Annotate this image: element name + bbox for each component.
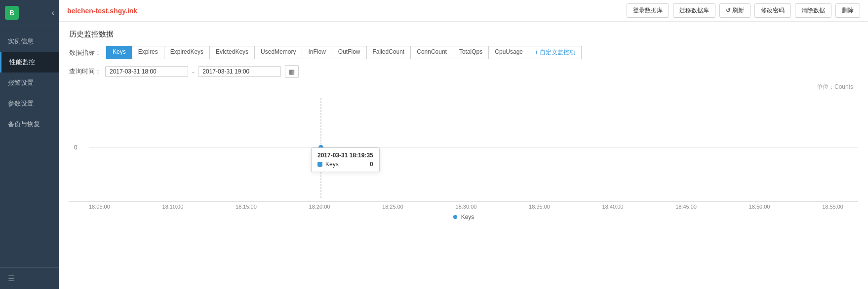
- sidebar-logo: B: [5, 6, 19, 20]
- chart-unit-label: 单位：Counts: [69, 83, 858, 91]
- metric-tabs: KeysExpiresExpiredKeysEvictedKeysUsedMem…: [106, 46, 582, 59]
- metric-tab-cpuusage[interactable]: CpuUsage: [488, 46, 529, 59]
- timerange-separator: -: [192, 68, 194, 75]
- clear-data-button[interactable]: 清除数据: [795, 3, 831, 18]
- time-end-input[interactable]: [198, 66, 281, 77]
- chart-svg: [69, 93, 858, 201]
- change-pwd-button[interactable]: 修改密码: [754, 3, 791, 18]
- sidebar-item-perf-monitor[interactable]: 性能监控: [0, 52, 59, 72]
- sidebar-item-instance-info[interactable]: 实例信息: [0, 31, 59, 52]
- sidebar-header: B ‹: [0, 0, 59, 26]
- xaxis-label: 18:15:00: [236, 204, 257, 210]
- timerange-bar: 查询时间： - ▦: [69, 65, 858, 78]
- tooltip-value: 0: [370, 161, 373, 168]
- metric-tab-failedcount[interactable]: FailedCount: [366, 46, 411, 59]
- sidebar: B ‹ 实例信息性能监控报警设置参数设置备份与恢复 ☰: [0, 0, 59, 289]
- xaxis-label: 18:45:00: [675, 204, 697, 210]
- login-db-button[interactable]: 登录数据库: [627, 3, 669, 18]
- tooltip-color-dot: [317, 162, 322, 167]
- metric-tab-outflow[interactable]: OutFlow: [332, 46, 366, 59]
- calendar-icon[interactable]: ▦: [285, 65, 299, 78]
- xaxis-label: 18:40:00: [602, 204, 624, 210]
- legend-dot: [453, 215, 457, 219]
- chart-legend: Keys: [69, 214, 858, 220]
- metric-tab-expiredkeys[interactable]: ExpiredKeys: [164, 46, 209, 59]
- xaxis-label: 18:05:00: [89, 204, 110, 210]
- metric-tab-evictedkeys[interactable]: EvictedKeys: [209, 46, 254, 59]
- refresh-button[interactable]: ↺ 刷新: [719, 3, 750, 18]
- metric-tab-usedmemory[interactable]: UsedMemory: [254, 46, 302, 59]
- metric-tab-custom[interactable]: + 自定义监控项: [529, 46, 582, 59]
- xaxis-label: 18:20:00: [309, 204, 330, 210]
- chart-xaxis: 18:05:0018:10:0018:15:0018:20:0018:25:00…: [69, 202, 858, 210]
- tooltip-row: Keys 0: [317, 161, 373, 168]
- xaxis-label: 18:10:00: [162, 204, 184, 210]
- xaxis-label: 18:55:00: [822, 204, 843, 210]
- metric-tab-conncount[interactable]: ConnCount: [410, 46, 453, 59]
- metric-label: 数据指标：: [69, 48, 101, 57]
- chart-tooltip: 2017-03-31 18:19:35 Keys 0: [311, 147, 380, 172]
- metric-tab-totalqps[interactable]: TotalQps: [453, 46, 488, 59]
- sidebar-item-param-settings[interactable]: 参数设置: [0, 93, 59, 114]
- xaxis-label: 18:50:00: [749, 204, 770, 210]
- metric-tab-inflow[interactable]: InFlow: [302, 46, 331, 59]
- topbar: belchen-test.shgy.ink 登录数据库迁移数据库↺ 刷新修改密码…: [59, 0, 868, 22]
- sidebar-nav: 实例信息性能监控报警设置参数设置备份与恢复: [0, 26, 59, 267]
- page-title: 历史监控数据: [69, 30, 858, 39]
- chart-area: 单位：Counts 0 2017-03-31 18:19:35 Keys: [69, 83, 858, 281]
- time-start-input[interactable]: [105, 66, 188, 77]
- delete-button[interactable]: 删除: [835, 3, 860, 18]
- legend-label: Keys: [461, 214, 474, 220]
- page-content: 历史监控数据 数据指标： KeysExpiresExpiredKeysEvict…: [59, 22, 868, 289]
- sidebar-back-button[interactable]: ‹: [52, 8, 54, 17]
- sidebar-bottom: ☰: [0, 267, 59, 289]
- topbar-actions: 登录数据库迁移数据库↺ 刷新修改密码清除数据删除: [627, 3, 860, 18]
- sidebar-item-backup-restore[interactable]: 备份与恢复: [0, 114, 59, 135]
- main-content: belchen-test.shgy.ink 登录数据库迁移数据库↺ 刷新修改密码…: [59, 0, 868, 289]
- migrate-db-button[interactable]: 迁移数据库: [673, 3, 715, 18]
- sidebar-menu-icon[interactable]: ☰: [8, 274, 51, 283]
- metric-bar: 数据指标： KeysExpiresExpiredKeysEvictedKeysU…: [69, 46, 858, 59]
- metric-tab-keys[interactable]: Keys: [106, 46, 132, 59]
- tooltip-time: 2017-03-31 18:19:35: [317, 152, 373, 159]
- xaxis-label: 18:30:00: [456, 204, 477, 210]
- xaxis-label: 18:25:00: [382, 204, 403, 210]
- instance-title: belchen-test.shgy.ink: [67, 7, 137, 15]
- metric-tab-expires[interactable]: Expires: [132, 46, 164, 59]
- tooltip-key-label: Keys: [325, 161, 339, 168]
- chart-container: 0 2017-03-31 18:19:35 Keys 0: [69, 93, 858, 202]
- timerange-label: 查询时间：: [69, 67, 101, 76]
- xaxis-label: 18:35:00: [529, 204, 550, 210]
- sidebar-item-alert-settings[interactable]: 报警设置: [0, 72, 59, 93]
